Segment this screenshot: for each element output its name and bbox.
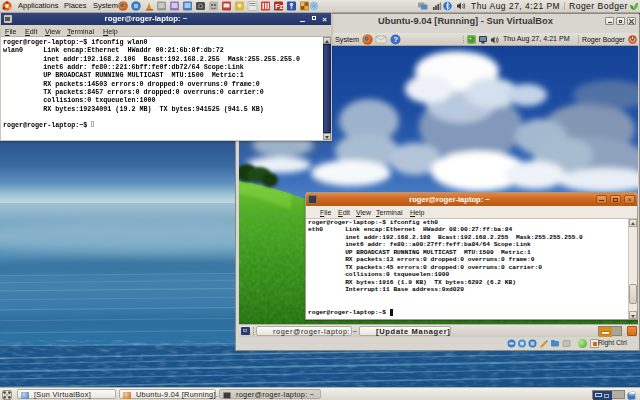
svg-text:?: ? [393,35,398,44]
svg-text:Fz: Fz [275,3,283,10]
